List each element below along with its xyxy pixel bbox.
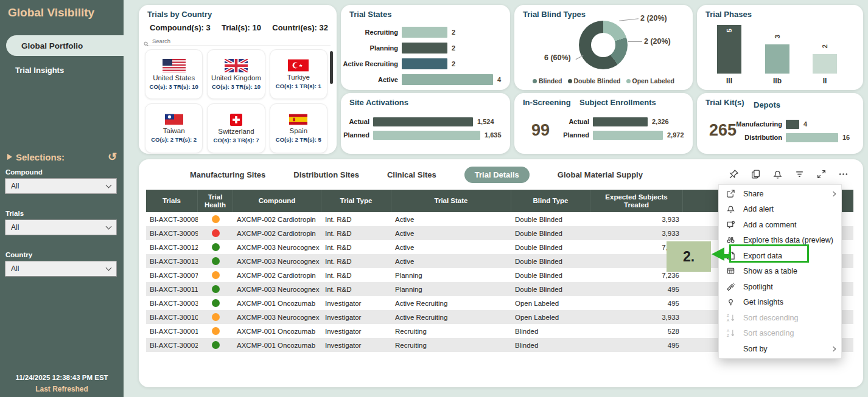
table-cell — [198, 254, 233, 268]
country-tile-grid: United StatesCO(s): 3 TR(s): 10United Ki… — [145, 49, 327, 153]
bar-actual[interactable] — [373, 117, 473, 126]
table-cell: AXCMP-002 Cardiotropin — [233, 226, 321, 240]
column-header-trial-health[interactable]: Trial Health — [198, 190, 233, 212]
country-filter-label: Country — [5, 251, 32, 258]
bar-planning[interactable] — [402, 43, 447, 54]
country-name: Spain — [290, 127, 307, 134]
table-cell — [198, 324, 233, 338]
table-cell: 3,933 — [590, 212, 683, 226]
flag-uk-icon — [225, 59, 248, 72]
column-header-trials[interactable]: Trials — [146, 190, 198, 212]
country-tile-us[interactable]: United StatesCO(s): 3 TR(s): 10 — [145, 49, 203, 99]
bar-recruiting[interactable] — [402, 27, 447, 38]
sidebar-item-trial-insights[interactable]: Trial Insights — [15, 66, 64, 75]
country-summary: Compound(s): 3 Trial(s): 10 Countri(es):… — [150, 23, 328, 32]
trials-filter-dropdown[interactable]: All — [5, 219, 117, 235]
country-tile-ch[interactable]: SwitzerlandCO(s): 3 TR(s): 7 — [207, 103, 265, 153]
tab-global-material-supply[interactable]: Global Material Supply — [558, 170, 643, 179]
sidebar-item-global-portfolio[interactable]: Global Portfolio — [6, 35, 124, 56]
toolbar-pin-button[interactable] — [729, 169, 739, 179]
bar-distribution[interactable] — [786, 133, 838, 142]
tab-distribution-sites[interactable]: Distribution Sites — [293, 170, 359, 179]
table-cell: 495 — [590, 296, 683, 310]
bar-row: Active4 — [341, 72, 510, 88]
donut-callout-open-labeled: 2 (20%) — [640, 14, 667, 22]
column-header-compound[interactable]: Compound — [233, 190, 321, 212]
more-icon — [838, 169, 849, 179]
card-title: Trial Kit(s) — [705, 98, 744, 107]
bar-category-label: Planned — [556, 131, 593, 139]
toolbar-focus-button[interactable] — [816, 169, 827, 179]
search-input[interactable] — [152, 38, 225, 44]
country-tile-es[interactable]: SpainCO(s): 2 TR(s): 5 — [270, 103, 327, 153]
bar-category-label: Planning — [341, 44, 402, 52]
menu-item-show-as-a-table[interactable]: Show as a table — [719, 264, 841, 280]
visual-toolbar — [729, 169, 849, 179]
reset-filters-icon[interactable]: ↺ — [108, 150, 117, 164]
bar-active-recruiting[interactable] — [402, 58, 447, 69]
menu-item-sort-ascending: AZSort ascending — [719, 326, 841, 342]
bar-value-label: 2 — [452, 44, 455, 52]
bar-category-label: Manufacturing — [697, 120, 786, 128]
copy-icon — [751, 169, 761, 179]
compound-filter-dropdown[interactable]: All — [5, 178, 117, 194]
table-cell: Recruiting — [391, 338, 511, 352]
column-header-trial-state[interactable]: Trial State — [391, 190, 511, 212]
country-tile-tr[interactable]: TurkiyeCO(s): 1 TR(s): 1 — [270, 49, 327, 99]
legend-item-open-labeled: Open Labeled — [626, 77, 674, 85]
bar-phase-ii[interactable] — [813, 54, 837, 74]
menu-item-get-insights[interactable]: Get insights — [719, 295, 841, 311]
bar-active[interactable] — [402, 74, 493, 85]
country-filter-dropdown[interactable]: All — [5, 261, 117, 277]
country-tile-tw[interactable]: TaiwanCO(s): 2 TR(s): 2 — [145, 103, 203, 153]
table-cell — [198, 310, 233, 324]
bar-phase-iib[interactable] — [765, 44, 789, 74]
menu-item-spotlight[interactable]: Spotlight — [719, 279, 841, 295]
bar-planned[interactable] — [593, 131, 663, 140]
bar-category-label: Distribution — [697, 134, 786, 141]
toolbar-bell-button[interactable] — [772, 169, 783, 179]
toolbar-filter-button[interactable] — [794, 169, 805, 179]
bar-category-label: Actual — [556, 118, 593, 125]
toolbar-copy-button[interactable] — [751, 169, 761, 179]
table-cell: Double Blinded — [511, 212, 590, 226]
menu-item-add-a-comment[interactable]: Add a comment — [719, 217, 841, 233]
legend-item-double-blinded: Double Blinded — [568, 77, 621, 85]
scrollbar-thumb[interactable] — [330, 51, 333, 84]
in-screening-value: 99 — [531, 121, 550, 140]
bar-category-label: Planned — [342, 131, 373, 139]
table-cell: 3,933 — [590, 226, 683, 240]
donut-chart[interactable] — [579, 21, 628, 69]
tab-clinical-sites[interactable]: Clinical Sites — [387, 170, 436, 179]
sortza-icon: ZA — [726, 313, 736, 323]
country-tile-uk[interactable]: United KingdomCO(s): 3 TR(s): 10 — [207, 49, 265, 99]
table-cell: Open Labeled — [511, 296, 590, 310]
bar-actual[interactable] — [593, 117, 648, 126]
table-cell: AXCMP-003 Neurocognex — [233, 282, 321, 296]
bar-manufacturing[interactable] — [786, 120, 799, 129]
trial-count: Trial(s): 10 — [222, 23, 261, 32]
table-cell: Investigator — [321, 338, 391, 352]
column-header-trial-type[interactable]: Trial Type — [321, 190, 391, 212]
chevron-right-icon — [7, 154, 12, 160]
menu-item-add-alert[interactable]: Add alert — [719, 202, 841, 218]
compound-filter-label: Compound — [5, 168, 43, 176]
tab-manufacturing-sites[interactable]: Manufacturing Sites — [190, 170, 265, 179]
bar-value-label: 1,635 — [485, 131, 502, 139]
toolbar-more-button[interactable] — [838, 169, 849, 179]
bar-category-label: Recruiting — [341, 29, 402, 36]
annotation-highlight-rect — [729, 244, 809, 263]
chevron-right-icon — [831, 347, 836, 351]
column-header-blind-type[interactable]: Blind Type — [511, 190, 590, 212]
menu-item-share[interactable]: Share — [719, 186, 841, 202]
country-stats: CO(s): 1 TR(s): 1 — [276, 83, 321, 89]
compound-count: Compound(s): 3 — [150, 23, 211, 32]
menu-item-sort-by[interactable]: Sort by — [719, 341, 841, 357]
menu-item-label: Share — [743, 190, 763, 198]
tab-trial-details[interactable]: Trial Details — [464, 167, 530, 183]
bar-planned[interactable] — [373, 131, 480, 140]
card-title: Depots — [754, 100, 780, 109]
table-cell — [198, 296, 233, 310]
table-cell — [198, 212, 233, 226]
column-header-expected-subjects-treated[interactable]: Expected Subjects Treated — [590, 190, 683, 212]
